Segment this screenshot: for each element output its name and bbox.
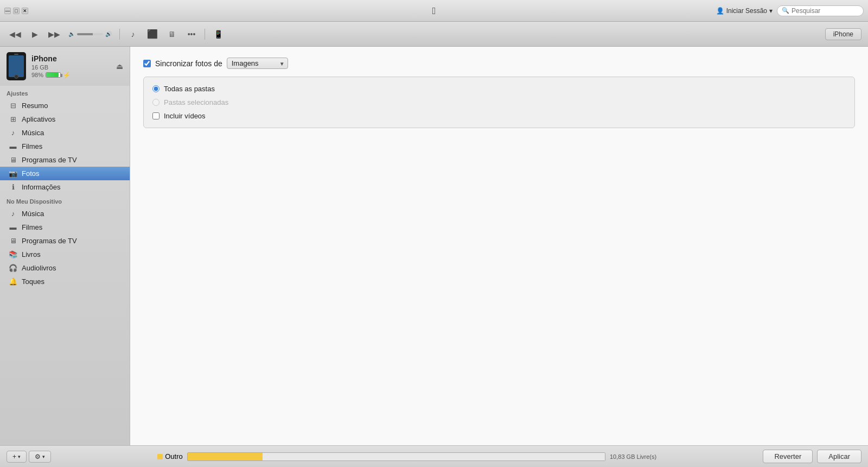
informacoes-icon: ℹ [9,183,17,191]
apple-logo-icon:  [432,6,436,16]
my-device-section-label: No Meu Dispositivo [0,194,130,207]
prev-button[interactable]: ◀◀ [7,27,24,42]
sidebar-item-resumo[interactable]: ⊟ Resumo [0,99,130,112]
device-name: iPhone [31,54,111,63]
sync-header: Sincronizar fotos de Imagens Outras Past… [143,58,855,69]
sidebar-item-musica[interactable]: ♪ Música [0,126,130,140]
add-arrow-icon: ▾ [18,454,21,459]
audiolivros-icon: 🎧 [9,264,17,272]
sidebar-item-filmes-device[interactable]: ▬ Filmes [0,220,130,234]
account-icon: 👤 [716,7,724,15]
volume-slider[interactable] [77,33,103,35]
music-icon: ♪ [131,30,135,39]
legend-outro-dot [157,454,163,459]
storage-bar-wrap: Outro 10,83 GB Livre(s) [157,452,656,461]
musica-icon: ♪ [9,129,17,137]
titlebar-right: 👤 Iniciar Sessão ▾ 🔍 [716,5,864,16]
options-box: Todas as pastas Pastas selecionadas Incl… [143,77,855,128]
storage-legend: Outro [157,452,183,460]
aplicativos-label: Aplicativos [22,115,55,123]
livros-label: Livros [22,250,41,258]
device-info: iPhone 16 GB 98% ⚡ [31,54,111,79]
sync-checkbox[interactable] [143,60,151,67]
search-box[interactable]: 🔍 [777,5,864,16]
musica-device-label: Música [22,210,44,218]
prev-icon: ◀◀ [9,30,21,39]
battery-tip [61,74,62,77]
sidebar-item-toques[interactable]: 🔔 Toques [0,275,130,288]
sidebar-item-livros[interactable]: 📚 Livros [0,248,130,261]
toques-icon: 🔔 [9,277,17,286]
settings-icon: ⚙ [35,453,41,460]
resumo-label: Resumo [22,102,48,110]
musica-label: Música [22,129,44,137]
sidebar-item-filmes[interactable]: ▬ Filmes [0,140,130,153]
all-folders-label[interactable]: Todas as pastas [164,85,215,93]
sidebar-item-programas-tv-device[interactable]: 🖥 Programas de TV [0,234,130,248]
storage-seg-outro [188,453,263,460]
device-tab-area: iPhone [229,28,861,40]
play-button[interactable]: ▶ [26,27,43,42]
charging-icon: ⚡ [63,72,71,79]
toolbar-divider [119,29,120,40]
tv-button[interactable]: ⬛ [144,27,161,42]
source-dropdown[interactable]: Imagens Outras Pastas [227,58,288,69]
eject-button[interactable]: ⏏ [116,62,123,71]
storage-bar-container: Outro 10,83 GB Livre(s) [55,452,758,461]
signin-arrow-icon: ▾ [769,7,773,15]
audiolivros-label: Audiolivros [22,264,56,272]
sidebar-item-musica-device[interactable]: ♪ Música [0,207,130,220]
next-button[interactable]: ▶▶ [46,27,63,42]
sidebar-item-programas-tv[interactable]: 🖥 Programas de TV [0,153,130,167]
sidebar-item-aplicativos[interactable]: ⊞ Aplicativos [0,112,130,126]
selected-folders-radio [152,99,159,106]
source-dropdown-wrapper: Imagens Outras Pastas ▼ [227,58,288,69]
storage-bar [187,452,605,461]
add-button[interactable]: + ▾ [7,451,27,463]
programas-tv-icon: 🖥 [9,156,17,164]
filmes-label: Filmes [22,142,42,150]
aplicativos-icon: ⊞ [9,115,17,123]
add-icon: + [12,453,16,460]
apply-button[interactable]: Aplicar [817,450,861,463]
signin-button[interactable]: 👤 Iniciar Sessão ▾ [716,7,773,15]
battery-fill [46,73,59,77]
more-icon: ••• [188,30,196,39]
toolbar-divider-2 [205,29,205,40]
music-button[interactable]: ♪ [124,27,142,42]
tv-icon: ⬛ [147,29,158,39]
bottom-bar: + ▾ ⚙ ▾ Outro 10,83 GB Livre(s) Reverter… [0,445,868,467]
device-tab-label: iPhone [833,30,853,38]
search-input[interactable] [792,7,859,15]
filmes-device-icon: ▬ [9,223,17,231]
sidebar-item-audiolivros[interactable]: 🎧 Audiolivros [0,261,130,275]
next-icon: ▶▶ [48,30,60,39]
device-storage: 16 GB [31,64,111,71]
include-videos-checkbox[interactable] [152,112,159,119]
play-icon: ▶ [32,30,38,39]
resumo-icon: ⊟ [9,102,17,110]
device-icon: 📱 [214,30,223,39]
restore-button[interactable]: □ [13,8,20,14]
window-controls: — □ ✕ [4,8,28,14]
app-button[interactable]: 🖥 [163,27,181,42]
revert-button[interactable]: Reverter [763,450,813,463]
more-button[interactable]: ••• [183,27,200,42]
sync-label: Sincronizar fotos de [155,59,222,68]
include-videos-label[interactable]: Incluir vídeos [164,112,206,120]
selected-folders-label: Pastas selecionadas [164,98,228,106]
close-button[interactable]: ✕ [22,8,28,14]
livros-icon: 📚 [9,250,17,258]
toolbar: ◀◀ ▶ ▶▶ 🔈 🔊 ♪ ⬛ 🖥 ••• 📱 iPhone [0,22,868,47]
settings-button[interactable]: ⚙ ▾ [29,451,51,463]
all-folders-radio[interactable] [152,85,159,92]
device-tab[interactable]: iPhone [825,28,861,40]
volume-low-icon: 🔈 [68,31,75,37]
settings-arrow-icon: ▾ [42,454,45,459]
sidebar-item-fotos[interactable]: 📷 Fotos [0,167,130,180]
minimize-button[interactable]: — [4,8,11,14]
musica-device-icon: ♪ [9,210,17,218]
device-button[interactable]: 📱 [209,27,227,42]
sidebar-item-informacoes[interactable]: ℹ Informações [0,180,130,194]
volume-high-icon: 🔊 [105,31,112,37]
